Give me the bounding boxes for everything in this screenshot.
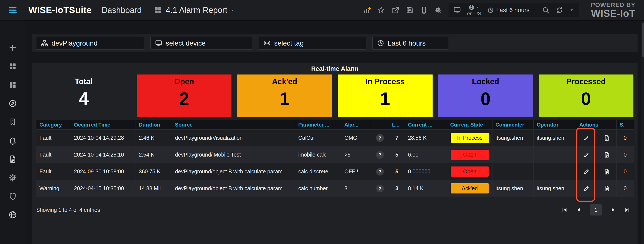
breadcrumb-dashboard[interactable]: Dashboard bbox=[102, 6, 142, 15]
app-logo[interactable]: WISE-IoTSuite bbox=[28, 5, 92, 15]
stat-acked: Ack'ed 1 bbox=[237, 74, 332, 117]
navbar-toolbar: en-US Last 6 hours POWERED BY WISE-IoT bbox=[363, 2, 636, 19]
col-header-current-state[interactable]: Current State bbox=[447, 120, 492, 130]
col-header-commenter[interactable]: Commenter bbox=[492, 120, 534, 130]
cell-count: 0 bbox=[617, 180, 634, 197]
cell-source: devPlayground/iMobile Test bbox=[172, 146, 295, 163]
col-header-level[interactable]: L... bbox=[389, 120, 405, 130]
col-header-current-value[interactable]: Current ... bbox=[405, 120, 447, 130]
device-filter[interactable]: select device bbox=[150, 37, 252, 50]
sidebar-item-security[interactable] bbox=[8, 192, 17, 201]
cell-operator: itsung.shen bbox=[534, 130, 576, 146]
table-row: Fault 2024-10-04 14:28:10 2.54 K devPlay… bbox=[36, 146, 634, 163]
document-icon[interactable] bbox=[604, 152, 610, 158]
share-button[interactable] bbox=[392, 6, 399, 14]
last-page-icon bbox=[624, 207, 630, 213]
group-filter-value: devPlayground bbox=[52, 39, 98, 47]
refresh-interval-button[interactable] bbox=[570, 8, 574, 13]
add-graph-button[interactable] bbox=[363, 6, 371, 14]
col-header-source[interactable]: Source bbox=[172, 120, 295, 130]
col-header-parameter[interactable]: Parameter ... bbox=[295, 120, 342, 130]
pencil-icon[interactable] bbox=[583, 152, 590, 158]
sidebar-item-settings[interactable] bbox=[8, 173, 17, 182]
stat-locked: Locked 0 bbox=[438, 74, 533, 117]
scrollbar-thumb[interactable] bbox=[642, 23, 644, 57]
pencil-icon[interactable] bbox=[583, 185, 590, 192]
time-range-label: Last 6 hours bbox=[496, 7, 530, 14]
tag-filter[interactable]: select tag bbox=[259, 37, 366, 50]
pencil-icon[interactable] bbox=[583, 168, 590, 175]
help-icon[interactable]: ? bbox=[376, 134, 384, 142]
chevron-down-icon bbox=[476, 6, 480, 9]
document-icon[interactable] bbox=[604, 168, 610, 175]
next-page-button[interactable] bbox=[610, 207, 616, 213]
cell-duration: 360.75 K bbox=[136, 163, 172, 180]
sidebar-item-explore[interactable] bbox=[8, 99, 17, 108]
language-selector[interactable]: en-US bbox=[467, 4, 481, 16]
plus-icon bbox=[8, 43, 17, 52]
sidebar-item-alerts[interactable] bbox=[8, 136, 17, 145]
menu-icon bbox=[7, 6, 18, 15]
stat-value: 2 bbox=[179, 90, 189, 108]
cell-action-edit bbox=[576, 180, 597, 197]
save-button[interactable] bbox=[406, 6, 414, 14]
time-range-filter-value: Last 6 hours bbox=[388, 39, 426, 47]
cell-current-state: Open bbox=[447, 146, 492, 163]
cell-operator: itsung.shen bbox=[534, 180, 576, 197]
cell-occurred-time: 2024-09-30 10:58:00 bbox=[71, 163, 136, 180]
cell-current-value: 0.000000 bbox=[405, 163, 447, 180]
cell-category: Fault bbox=[36, 130, 71, 146]
prev-page-button[interactable] bbox=[576, 207, 582, 213]
tv-mode-button[interactable] bbox=[453, 6, 461, 14]
settings-button[interactable] bbox=[434, 6, 442, 14]
cell-operator bbox=[534, 163, 576, 180]
navbar-control-cluster: en-US Last 6 hours bbox=[448, 3, 579, 17]
sidebar-item-create[interactable] bbox=[8, 43, 17, 52]
cell-parameter: CalCur bbox=[295, 130, 342, 146]
sidebar-item-web[interactable] bbox=[8, 210, 17, 219]
refresh-button[interactable] bbox=[556, 6, 564, 14]
sidebar-item-panels[interactable] bbox=[8, 81, 17, 89]
last-page-button[interactable] bbox=[624, 207, 630, 213]
document-icon[interactable] bbox=[604, 185, 610, 192]
sidebar-item-dashboards[interactable] bbox=[8, 62, 17, 71]
star-button[interactable] bbox=[378, 6, 385, 14]
zoom-out-button[interactable] bbox=[542, 6, 550, 14]
mobile-view-button[interactable] bbox=[420, 6, 428, 14]
col-header-duration[interactable]: Duration bbox=[136, 120, 172, 130]
state-badge: In Process bbox=[451, 133, 489, 143]
pencil-icon[interactable] bbox=[583, 135, 590, 141]
dashboards-grid-icon bbox=[8, 62, 17, 71]
cell-action-detail bbox=[597, 180, 617, 197]
time-range-filter[interactable]: Last 6 hours bbox=[372, 37, 448, 50]
cell-help: ? bbox=[371, 163, 389, 180]
col-header-severity[interactable]: S. bbox=[617, 120, 634, 130]
help-icon[interactable]: ? bbox=[376, 168, 384, 176]
col-header-category[interactable]: Category bbox=[36, 120, 71, 130]
first-page-button[interactable] bbox=[562, 207, 568, 213]
stat-label: Open bbox=[174, 77, 194, 86]
stat-processed: Processed 0 bbox=[538, 74, 634, 117]
cell-action-detail bbox=[597, 163, 617, 180]
help-icon[interactable]: ? bbox=[376, 151, 384, 159]
current-page-button[interactable]: 1 bbox=[590, 204, 602, 215]
sidebar-item-reports[interactable] bbox=[8, 155, 17, 163]
sidebar-item-favorites[interactable] bbox=[8, 118, 17, 126]
cell-commenter: itsung.shen bbox=[492, 180, 534, 197]
state-badge: Ack'ed bbox=[451, 183, 489, 193]
next-page-icon bbox=[610, 207, 616, 213]
col-header-operator[interactable]: Operator bbox=[534, 120, 576, 130]
cell-duration: 2.46 K bbox=[136, 130, 172, 146]
cell-commenter bbox=[492, 163, 534, 180]
menu-button[interactable] bbox=[0, 6, 26, 15]
star-icon bbox=[378, 6, 385, 14]
col-header-occurred-time[interactable]: Occurred Time bbox=[71, 120, 136, 130]
time-range-picker[interactable]: Last 6 hours bbox=[487, 7, 536, 14]
help-icon[interactable]: ? bbox=[376, 185, 384, 192]
group-filter[interactable]: devPlayground bbox=[36, 37, 144, 50]
main-content: devPlayground select device select tag L… bbox=[26, 21, 644, 244]
broadcast-icon bbox=[264, 40, 271, 47]
col-header-alarm[interactable]: Alar... bbox=[342, 120, 371, 130]
dashboard-picker[interactable]: 4.1 Alarm Report bbox=[154, 6, 234, 15]
document-icon[interactable] bbox=[604, 135, 610, 141]
